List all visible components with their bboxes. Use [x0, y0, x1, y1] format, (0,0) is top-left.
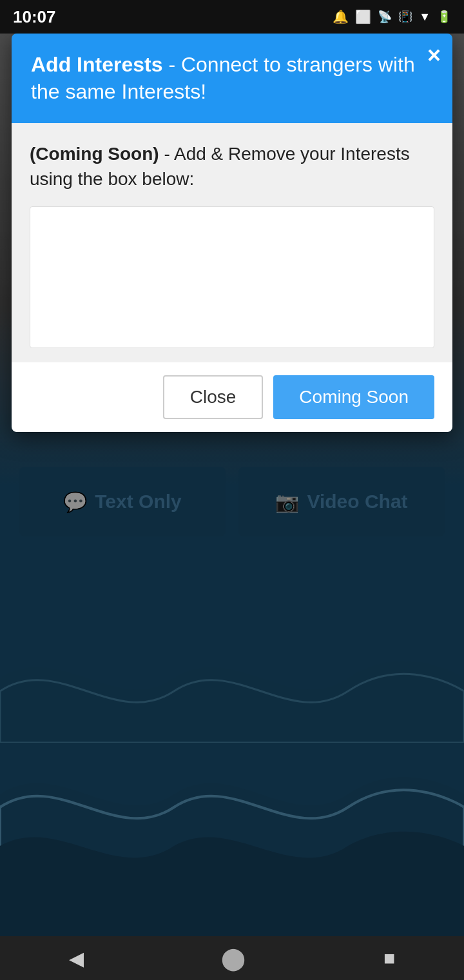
coming-soon-text: (Coming Soon): [30, 144, 159, 164]
battery-icon: 🔋: [437, 10, 451, 24]
modal-footer: Close Coming Soon: [12, 362, 452, 432]
vibrate-icon: 📳: [398, 10, 412, 24]
status-icons: 🔔 ⬜ 📡 📳 ▼ 🔋: [333, 9, 451, 24]
modal-header: Add Interests - Connect to strangers wit…: [12, 34, 452, 123]
status-bar: 10:07 🔔 ⬜ 📡 📳 ▼ 🔋: [0, 0, 464, 34]
modal-body: (Coming Soon) - Add & Remove your Intere…: [12, 123, 452, 362]
add-interests-modal: Add Interests - Connect to strangers wit…: [12, 34, 452, 432]
modal-title-bold: Add Interests: [31, 53, 162, 76]
back-button[interactable]: ◀: [69, 947, 84, 970]
recents-button[interactable]: ■: [383, 947, 395, 969]
modal-close-button[interactable]: ×: [427, 44, 441, 67]
modal-description: (Coming Soon) - Add & Remove your Intere…: [30, 141, 434, 191]
home-button[interactable]: ⬤: [221, 945, 246, 971]
navigation-bar: ◀ ⬤ ■: [0, 936, 464, 980]
square-icon: ⬜: [355, 9, 371, 24]
close-button[interactable]: Close: [163, 375, 264, 419]
notification-icon: 🔔: [333, 9, 349, 24]
coming-soon-button[interactable]: Coming Soon: [273, 375, 434, 419]
interests-textarea[interactable]: [30, 206, 434, 348]
modal-title: Add Interests - Connect to strangers wit…: [31, 52, 417, 105]
wifi-icon: ▼: [419, 10, 430, 24]
cast-icon: 📡: [378, 10, 392, 24]
clock: 10:07: [13, 7, 56, 27]
